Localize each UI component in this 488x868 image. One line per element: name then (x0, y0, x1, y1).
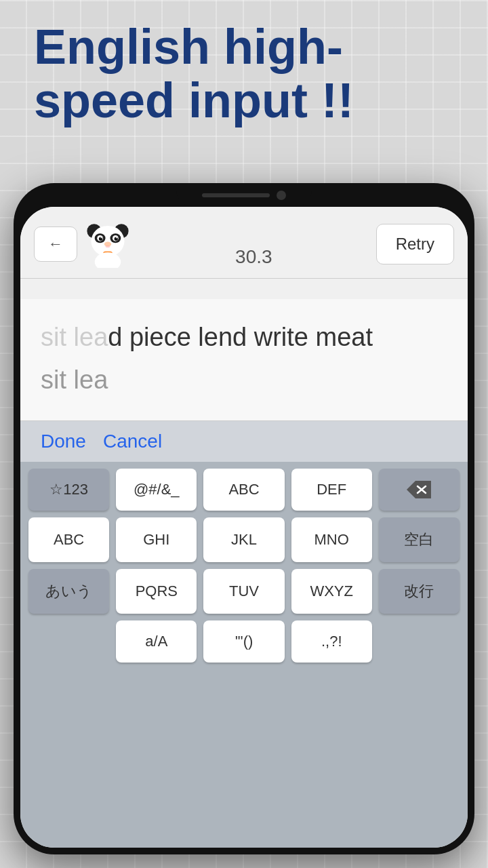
keyboard-row-2: ABC GHI JKL MNO 空白 (28, 517, 460, 562)
phone-topbar: ← (20, 207, 468, 279)
key-space-ja[interactable]: 空白 (379, 517, 460, 562)
backspace-icon (407, 481, 431, 498)
key-wxyz[interactable]: WXYZ (291, 569, 372, 614)
panda-mascot (84, 220, 131, 268)
keyboard-toolbar: Done Cancel (20, 421, 468, 462)
key-jkl[interactable]: JKL (203, 517, 284, 562)
cancel-button[interactable]: Cancel (103, 431, 162, 452)
key-case-toggle[interactable]: a/A (116, 620, 197, 663)
svg-point-12 (106, 245, 110, 248)
page-title: English high-speed input !! (34, 20, 454, 127)
key-abc[interactable]: ABC (203, 469, 284, 511)
key-def[interactable]: DEF (291, 469, 372, 511)
key-symbols[interactable]: @#/&_ (116, 469, 197, 511)
svg-point-10 (116, 237, 117, 239)
notch-bar (202, 193, 270, 197)
back-button[interactable]: ← (34, 226, 77, 262)
phone-frame: ← (14, 183, 474, 854)
key-quotes[interactable]: '"() (203, 620, 284, 663)
typed-input: sit lea (41, 366, 108, 394)
text-display: sit lead piece lend write meat sit lea (20, 299, 468, 421)
keyboard-row-3: あいう PQRS TUV WXYZ 改行 (28, 569, 460, 614)
key-abc-2[interactable]: ABC (28, 517, 109, 562)
svg-point-7 (99, 237, 102, 241)
key-tuv[interactable]: TUV (203, 569, 284, 614)
keyboard-area: ☆123 @#/&_ ABC DEF ABC GHI (20, 462, 468, 848)
key-special-123[interactable]: ☆123 (28, 469, 109, 511)
phone-screen: ← (20, 207, 468, 848)
key-pqrs[interactable]: PQRS (116, 569, 197, 614)
key-punctuation[interactable]: .,?! (291, 620, 372, 663)
done-button[interactable]: Done (41, 431, 86, 452)
svg-point-8 (115, 237, 118, 241)
key-ghi[interactable]: GHI (116, 517, 197, 562)
remaining-chars: d piece lend write meat (108, 323, 373, 351)
key-newline[interactable]: 改行 (379, 569, 460, 614)
key-mno[interactable]: MNO (291, 517, 372, 562)
score-display: 30.3 (138, 246, 369, 268)
phone-content: ← (20, 207, 468, 848)
notch-camera (277, 191, 286, 200)
svg-point-9 (101, 237, 102, 239)
backspace-button[interactable] (379, 469, 460, 511)
key-hiragana[interactable]: あいう (28, 569, 109, 614)
phone-notch (176, 183, 312, 207)
spacer (20, 279, 468, 299)
keyboard-row-1: ☆123 @#/&_ ABC DEF (28, 469, 460, 511)
keyboard-row-4: a/A '"() .,?! (28, 620, 460, 663)
retry-button[interactable]: Retry (376, 224, 454, 264)
svg-point-14 (95, 252, 121, 268)
input-text: sit lea (41, 362, 447, 398)
typed-chars: sit lea (41, 323, 108, 351)
target-text: sit lead piece lend write meat (41, 319, 447, 355)
